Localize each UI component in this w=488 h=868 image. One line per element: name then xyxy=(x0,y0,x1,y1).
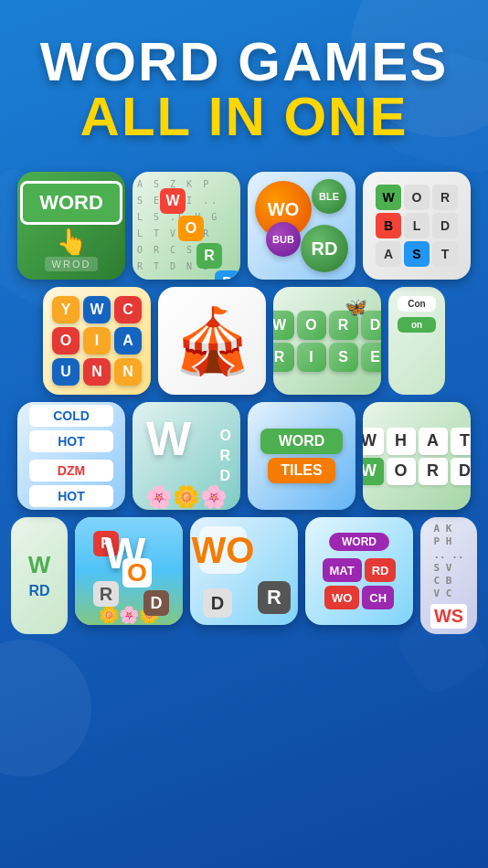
title-line1: WORD GAMES xyxy=(18,35,470,90)
ant-cold: COLD xyxy=(29,405,113,427)
partial-con: Con xyxy=(398,296,436,312)
game-tile-circus[interactable]: 🎪 xyxy=(158,287,266,395)
wr-content: W O R D R I S E xyxy=(273,311,381,372)
wb-letter-grid: W O R B L D A S T xyxy=(376,185,458,267)
wco-r2: R xyxy=(93,581,119,607)
wm-wo: WO xyxy=(324,586,359,609)
wb-bubbles: WO BLE BUB RD xyxy=(248,172,355,280)
wm-row1: MAT RD xyxy=(323,558,397,582)
ant-hot: HOT xyxy=(29,430,113,452)
wm-rd: RD xyxy=(365,558,397,582)
ws-guess: WROD xyxy=(45,257,99,271)
wm-row2: WO CH xyxy=(324,586,394,609)
games-row-3: COLD HOT DZM HOT W O R D 🌸🌼🌸 WORD TILES xyxy=(9,402,479,510)
game-tile-word-rise[interactable]: 🦋 W O R D R I S E xyxy=(273,287,381,395)
game-tile-antonyms[interactable]: COLD HOT DZM HOT xyxy=(17,402,125,510)
game-tile-word-matrix[interactable]: WORD MAT RD WO CH xyxy=(305,517,413,625)
wcl-o: O xyxy=(52,327,80,355)
games-row-2: Y W C O I A U N N 🎪 🦋 W O R xyxy=(9,287,479,395)
wbl-cell: W xyxy=(376,185,401,210)
wm-ch: CH xyxy=(362,586,394,609)
wc-tile-o: O xyxy=(178,216,204,241)
wbl-cell: R xyxy=(432,185,458,210)
wg-letter-w: W xyxy=(146,411,191,466)
wr-cell-i: I xyxy=(297,343,326,372)
wb-bubble-rd: RD xyxy=(301,225,348,272)
wr-cell-w: W xyxy=(273,311,294,340)
wbl-cell: L xyxy=(404,213,430,238)
wr-cell-s: S xyxy=(329,343,358,372)
game-tile-word-cross[interactable]: A S Z K P S E A I .. L S .C H G L T V A … xyxy=(133,172,240,280)
game-tile-partial-left[interactable]: W RD xyxy=(11,517,68,634)
wcl-a: A xyxy=(114,327,142,355)
ww-content: W H A T W O R D xyxy=(363,428,471,485)
wbl-cell: D xyxy=(432,213,458,238)
ant-hot2: HOT xyxy=(29,485,113,507)
wc-tile-r: R xyxy=(196,243,222,269)
game-tile-partial-right[interactable]: Con on xyxy=(388,287,445,395)
game-tile-word-blast[interactable]: W O R B L D A S T xyxy=(363,172,471,280)
ww-a: A xyxy=(419,428,448,455)
ws-finger-icon: 👆 xyxy=(56,227,88,257)
wwo-wo: WO xyxy=(199,526,247,574)
wbl-cell: S xyxy=(404,241,430,267)
ww-d: D xyxy=(451,458,472,485)
pl-rd: RD xyxy=(28,583,49,599)
ws-word-btn: WORD xyxy=(20,181,122,225)
pl-w: W xyxy=(28,551,51,579)
wwo-r: R xyxy=(258,581,291,614)
game-tile-word-bubble[interactable]: WO BLE BUB RD xyxy=(248,172,355,280)
wg-flowers: 🌸🌼🌸 xyxy=(133,484,240,510)
wcl-w: W xyxy=(83,296,111,323)
games-grid: WORD 👆 WROD A S Z K P S E A I .. L S .C … xyxy=(0,163,488,634)
pr-ws: WS xyxy=(430,604,467,629)
wbl-cell: A xyxy=(376,241,401,267)
wt-word-banner: WORD xyxy=(260,429,344,454)
wcl-c: C xyxy=(114,296,142,323)
wc-letter-grid: Y W C O I A U N N xyxy=(52,296,142,386)
app-header: WORD GAMES ALL IN ONE xyxy=(0,0,488,163)
wc-tile-w: W xyxy=(160,188,186,214)
ww-w2: W xyxy=(363,458,384,485)
ww-w: W xyxy=(363,428,384,455)
game-tile-word-tiles[interactable]: WORD TILES xyxy=(248,402,355,510)
partial-on: on xyxy=(398,317,436,333)
title-line2: ALL IN ONE xyxy=(18,90,470,144)
game-tile-word-wo[interactable]: WO R D xyxy=(190,517,298,625)
wbl-cell: B xyxy=(376,213,401,238)
wcl-i: I xyxy=(83,327,111,355)
wg-letters-small: O R D xyxy=(220,428,231,484)
wm-word-banner: WORD xyxy=(329,533,389,551)
wb-bubble-bub: BUB xyxy=(266,222,301,257)
wr-cell-r2: R xyxy=(273,343,294,372)
wr-cell-e: E xyxy=(361,343,382,372)
pr-letters-grid: A KP H.. ..S VC BV C xyxy=(433,523,463,601)
ww-r: R xyxy=(419,458,448,485)
wco-o: O xyxy=(122,558,152,587)
wb-bubble-ble: BLE xyxy=(312,179,346,214)
wcl-n1: N xyxy=(83,358,111,386)
wbl-cell: O xyxy=(404,185,430,210)
ww-t: T xyxy=(451,428,472,455)
wcl-y: Y xyxy=(52,296,80,323)
game-tile-what-word[interactable]: W H A T W O R D xyxy=(363,402,471,510)
game-tile-word-garden[interactable]: W O R D 🌸🌼🌸 xyxy=(133,402,240,510)
game-tile-word-collect[interactable]: R W O R D 🌼🌸🌼 xyxy=(75,517,183,625)
wcl-u: U xyxy=(52,358,80,386)
ww-o: O xyxy=(387,458,416,485)
wbl-cell: T xyxy=(432,241,458,267)
wwo-d: D xyxy=(203,588,232,618)
ww-h: H xyxy=(387,428,416,455)
wcl-n2: N xyxy=(114,358,142,386)
game-tile-word-colors[interactable]: Y W C O I A U N N xyxy=(43,287,151,395)
wr-butterfly-icon: 🦋 xyxy=(345,296,367,318)
ant-dzm: DZM xyxy=(29,460,113,482)
game-tile-word-search[interactable]: WORD 👆 WROD xyxy=(17,172,125,280)
wco-d: D xyxy=(143,590,169,616)
wc-tile-d: D xyxy=(215,270,240,280)
wt-tiles-banner: TILES xyxy=(268,458,334,483)
games-row-1: WORD 👆 WROD A S Z K P S E A I .. L S .C … xyxy=(9,172,479,280)
wm-mat: MAT xyxy=(323,558,362,582)
game-tile-partial-right2[interactable]: A KP H.. ..S VC BV C WS xyxy=(420,517,477,634)
games-row-4: W RD R W O R D 🌼🌸🌼 WO R D WORD xyxy=(9,517,479,634)
